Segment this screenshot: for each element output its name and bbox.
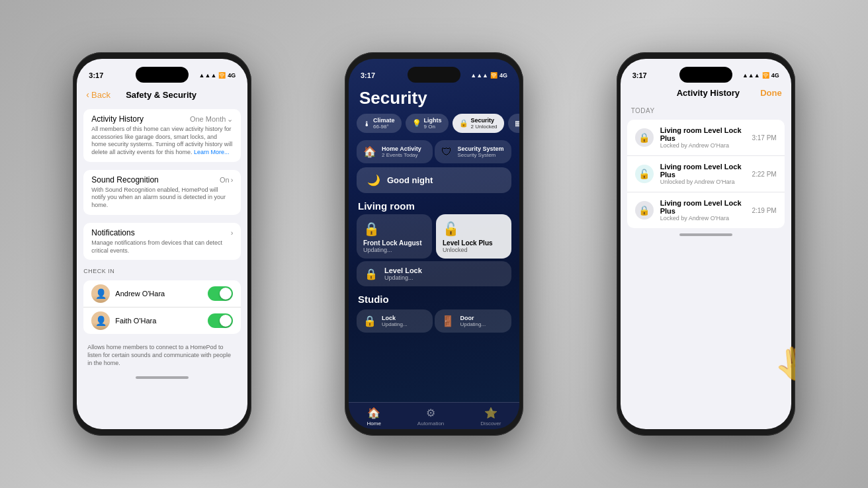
activity-list: 🔒 Living room Level Lock Plus Locked by … bbox=[627, 120, 785, 228]
lock-icon-3: 🔒 bbox=[635, 201, 654, 220]
status-icons-1: ▲▲▲ 🛜 4G bbox=[199, 72, 236, 79]
level-lock-full-status: Updating... bbox=[384, 274, 422, 281]
time-2: 3:17 bbox=[361, 71, 375, 79]
battery-icon-1: 4G bbox=[228, 72, 236, 79]
tab-automation[interactable]: ⚙ Automation bbox=[417, 407, 444, 427]
signal-icon-3: ▲▲▲ bbox=[742, 72, 760, 79]
dynamic-island-1 bbox=[136, 67, 189, 83]
checkin-label: CHECK IN bbox=[77, 264, 247, 276]
studio-door-card[interactable]: 🚪 Door Updating... bbox=[435, 309, 511, 333]
studio-devices: 🔒 Lock Updating... 🚪 Door Updating... bbox=[357, 309, 511, 333]
activity-history-desc: All members of this home can view activi… bbox=[91, 126, 233, 157]
checkin-name-andrew: Andrew O'Hara bbox=[115, 290, 202, 298]
front-lock-icon: 🔒 bbox=[363, 221, 425, 237]
front-lock-card[interactable]: 🔒 Front Lock August Updating... bbox=[357, 214, 432, 259]
sound-recognition-header: Sound Recognition On › bbox=[91, 175, 233, 184]
lights-icon: 💡 bbox=[412, 119, 421, 128]
automation-tab-icon: ⚙ bbox=[426, 407, 435, 419]
time-3: 3:17 bbox=[632, 71, 647, 79]
notifications-section: Notifications › Manage notifications fro… bbox=[83, 223, 241, 260]
activity-action-2: Unlocked by Andrew O'Hara bbox=[660, 179, 746, 185]
footer-desc: Allows home members to connect to a Home… bbox=[77, 340, 247, 374]
avatar-faith: 👤 bbox=[91, 311, 110, 330]
level-lock-plus-card[interactable]: 🔓 Level Lock Plus Unlocked bbox=[436, 214, 511, 259]
studio-lock-card[interactable]: 🔒 Lock Updating... bbox=[357, 309, 433, 333]
level-lock-full-name: Level Lock bbox=[384, 266, 422, 274]
living-room-label: Living room bbox=[349, 195, 519, 214]
notifications-header: Notifications › bbox=[91, 228, 233, 237]
activity-device-3: Living room Level Lock Plus bbox=[660, 199, 746, 215]
home-activity-title: Home Activity bbox=[382, 145, 421, 152]
notifications-desc: Manage notifications from devices that c… bbox=[91, 239, 233, 255]
more-icon: ▦ bbox=[515, 119, 519, 128]
phone1-screen: 3:17 ▲▲▲ 🛜 4G ‹ Back Safety & Security bbox=[77, 59, 247, 429]
home-activity-widget[interactable]: 🏠 Home Activity 2 Events Today bbox=[357, 140, 433, 163]
status-icons-2: ▲▲▲ 🛜 4G bbox=[470, 72, 507, 79]
wifi-icon-1: 🛜 bbox=[218, 72, 226, 79]
activity-device-2: Living room Level Lock Plus bbox=[660, 163, 746, 179]
notifications-row[interactable]: Notifications › Manage notifications fro… bbox=[83, 223, 241, 260]
tab-discover[interactable]: ⭐ Discover bbox=[480, 407, 501, 427]
category-tabs: 🌡 Climate 66-98° 💡 Lights 9 On 🔒 bbox=[349, 114, 519, 138]
phone-security-home: 3:17 ▲▲▲ 🛜 4G Security 🌡 Climate 66-98° bbox=[345, 52, 523, 436]
living-room-devices: 🔒 Front Lock August Updating... 🔓 Level … bbox=[349, 214, 519, 259]
back-label: Back bbox=[91, 90, 110, 100]
settings-nav: ‹ Back Safety & Security bbox=[77, 85, 247, 105]
studio-door-icon: 🚪 bbox=[441, 315, 455, 327]
phone2-screen: 3:17 ▲▲▲ 🛜 4G Security 🌡 Climate 66-98° bbox=[349, 59, 519, 429]
chevron-right-icon: › bbox=[231, 176, 234, 184]
activity-action-3: Locked by Andrew O'Hara bbox=[660, 215, 746, 222]
done-button[interactable]: Done bbox=[760, 88, 782, 98]
notifications-title: Notifications bbox=[91, 228, 134, 237]
tab-bar-2: 🏠 Home ⚙ Automation ⭐ Discover bbox=[349, 402, 519, 429]
security-system-icon: 🛡 bbox=[441, 146, 452, 158]
widgets-row: 🏠 Home Activity 2 Events Today 🛡 Securit… bbox=[357, 140, 511, 163]
activity-action-1: Locked by Andrew O'Hara bbox=[660, 142, 746, 149]
learn-more-link[interactable]: Learn More... bbox=[194, 149, 230, 155]
studio-door-name: Door bbox=[460, 315, 486, 321]
wifi-icon-2: 🛜 bbox=[490, 72, 498, 79]
checkin-row-faith: 👤 Faith O'Hara bbox=[83, 307, 241, 334]
activity-info-3: Living room Level Lock Plus Locked by An… bbox=[660, 199, 746, 222]
chevron-icon: ⌄ bbox=[227, 115, 233, 124]
activity-time-3: 2:19 PM bbox=[752, 207, 776, 214]
level-lock-plus-status: Unlocked bbox=[443, 247, 505, 253]
settings-page-title: Safety & Security bbox=[110, 90, 212, 100]
home-bar-3 bbox=[679, 233, 732, 236]
avatar-faith-face: 👤 bbox=[91, 311, 110, 330]
studio-door-status: Updating... bbox=[460, 321, 486, 327]
tab-more[interactable]: ▦ bbox=[508, 114, 519, 133]
security-page-title: Security bbox=[349, 85, 519, 114]
sound-recognition-title: Sound Recognition bbox=[91, 175, 158, 184]
activity-info-2: Living room Level Lock Plus Unlocked by … bbox=[660, 163, 746, 185]
phone-safety-security: 3:17 ▲▲▲ 🛜 4G ‹ Back Safety & Security bbox=[73, 52, 251, 436]
activity-nav: Activity History Done bbox=[621, 85, 791, 103]
tab-lights[interactable]: 💡 Lights 9 On bbox=[406, 114, 449, 133]
home-activity-sub: 2 Events Today bbox=[382, 152, 421, 158]
tab-security[interactable]: 🔒 Security 2 Unlocked bbox=[453, 114, 504, 133]
toggle-andrew[interactable] bbox=[208, 286, 233, 301]
security-system-widget[interactable]: 🛡 Security System Security System bbox=[435, 140, 511, 163]
battery-icon-2: 4G bbox=[499, 72, 507, 79]
home-activity-icon: 🏠 bbox=[363, 145, 376, 158]
climate-icon: 🌡 bbox=[363, 120, 370, 128]
signal-icon-1: ▲▲▲ bbox=[199, 72, 217, 79]
checkin-section: 👤 Andrew O'Hara 👤 Faith O'Hara bbox=[83, 280, 241, 334]
good-night-button[interactable]: 🌙 Good night bbox=[357, 167, 511, 193]
level-lock-full-card[interactable]: 🔒 Level Lock Updating... bbox=[357, 261, 511, 286]
sound-recognition-section: Sound Recognition On › With Sound Recogn… bbox=[83, 170, 241, 215]
activity-history-title: Activity History bbox=[91, 114, 144, 124]
back-button[interactable]: ‹ Back bbox=[86, 89, 110, 100]
activity-time-2: 2:22 PM bbox=[752, 171, 776, 178]
activity-item-2: 🔓 Living room Level Lock Plus Unlocked b… bbox=[627, 156, 785, 192]
studio-lock-icon: 🔒 bbox=[363, 315, 376, 327]
dynamic-island-2 bbox=[408, 67, 460, 83]
tab-climate[interactable]: 🌡 Climate 66-98° bbox=[357, 114, 402, 133]
toggle-faith[interactable] bbox=[208, 313, 233, 328]
tab-home[interactable]: 🏠 Home bbox=[367, 407, 380, 427]
sound-recognition-row[interactable]: Sound Recognition On › With Sound Recogn… bbox=[83, 170, 241, 215]
studio-lock-status: Updating... bbox=[382, 321, 408, 327]
sound-recognition-value: On › bbox=[220, 176, 233, 184]
activity-history-row[interactable]: Activity History One Month ⌄ All members… bbox=[83, 109, 241, 162]
wifi-icon-3: 🛜 bbox=[762, 72, 769, 79]
